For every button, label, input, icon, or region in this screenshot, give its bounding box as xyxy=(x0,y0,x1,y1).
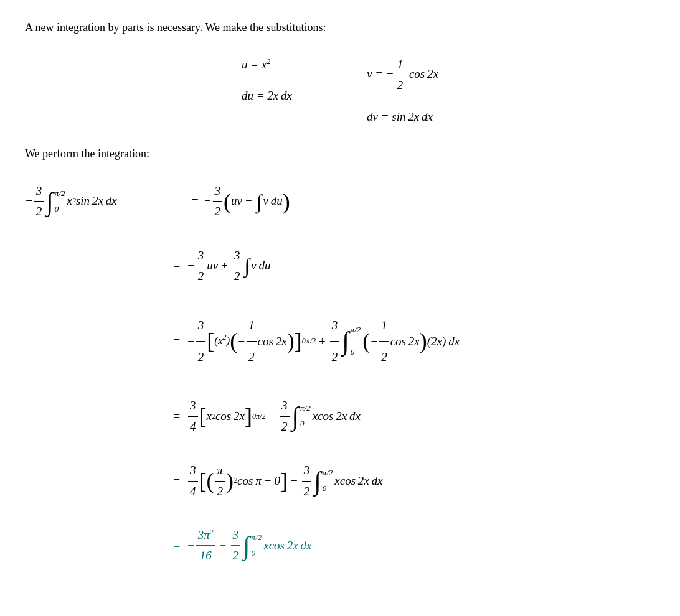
eq3-rhs: −32 [ (x2) ( −12 cos 2x ) ]0π/2 + 32 ∫π/… xyxy=(187,310,655,371)
sub-col-left: u = x2 du = 2x dx xyxy=(242,55,292,126)
substitutions-table: u = x2 du = 2x dx v = −12 cos 2x dv = si… xyxy=(25,55,655,126)
du-equation: du = 2x dx xyxy=(242,86,292,105)
eq3-indent: = xyxy=(25,332,187,350)
eq2-rhs: −32 uv + 32 ∫ v du xyxy=(187,246,655,286)
eq2-indent: = xyxy=(25,256,187,275)
eq4-indent: = xyxy=(25,407,187,426)
equations-block: −32 ∫π/20 x2 sin 2x dx = −32 ( uv − ∫ v … xyxy=(25,182,655,566)
equation-row-2: = −32 uv + 32 ∫ v du xyxy=(25,246,655,286)
integration-label: We perform the integration: xyxy=(25,145,655,163)
dv-equation: dv = sin 2x dx xyxy=(367,108,433,126)
eq4-rhs: 34 [ x2 cos 2x ]0π/2 − 32 ∫π/20 x cos 2x… xyxy=(187,396,655,436)
equation-row-3: = −32 [ (x2) ( −12 cos 2x ) ]0π/2 + 32 ∫… xyxy=(25,310,655,371)
eq1-rhs: −32 ( uv − ∫ v du ) xyxy=(204,182,655,222)
eq5-indent: = xyxy=(25,472,187,490)
v-equation: v = −12 cos 2x xyxy=(367,55,438,95)
eq6-indent: = xyxy=(25,536,187,555)
equation-row-6: = −3π216 − 32 ∫π/20 x cos 2x dx xyxy=(25,526,655,566)
u-equation: u = x2 xyxy=(242,55,270,74)
eq5-rhs: 34 [ ( π2 )2 cos π − 0 ] − 32 ∫π/20 x co… xyxy=(187,461,655,501)
page-content: A new integration by parts is necessary.… xyxy=(25,19,655,566)
equation-row-4: = 34 [ x2 cos 2x ]0π/2 − 32 ∫π/20 x cos … xyxy=(25,396,655,436)
intro-paragraph: A new integration by parts is necessary.… xyxy=(25,19,655,37)
eq6-rhs: −3π216 − 32 ∫π/20 x cos 2x dx xyxy=(187,526,655,566)
sub-col-right: v = −12 cos 2x dv = sin 2x dx xyxy=(367,55,438,126)
eq1-equals: = xyxy=(192,192,199,210)
equation-row-5: = 34 [ ( π2 )2 cos π − 0 ] − 32 ∫π/20 x … xyxy=(25,461,655,501)
equation-row-1: −32 ∫π/20 x2 sin 2x dx = −32 ( uv − ∫ v … xyxy=(25,182,655,222)
eq1-lhs: −32 ∫π/20 x2 sin 2x dx xyxy=(25,182,187,222)
